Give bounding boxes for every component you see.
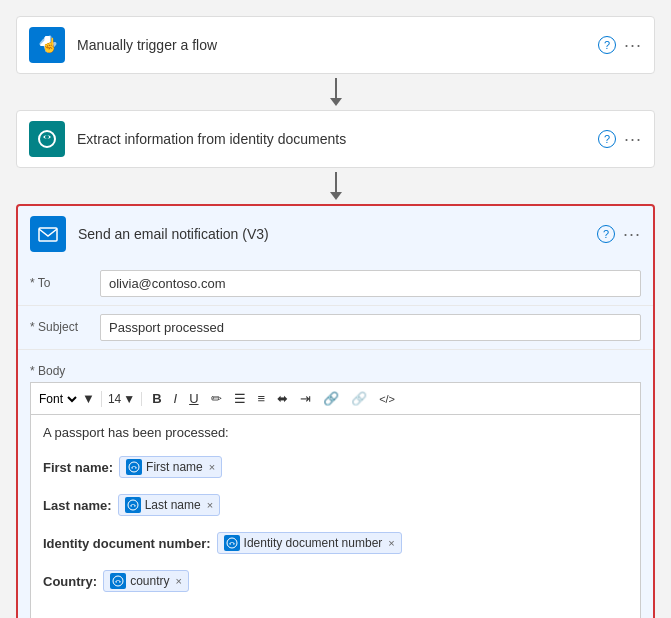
align-left-button[interactable]: ⬌ bbox=[273, 389, 292, 408]
email-help-button[interactable]: ? bbox=[597, 225, 615, 243]
id-number-token-close[interactable]: × bbox=[388, 537, 394, 549]
svg-point-11 bbox=[117, 581, 120, 584]
body-row: * Body Font ▼ 14 ▼ bbox=[18, 350, 653, 618]
extract-icon bbox=[29, 121, 65, 157]
body-id-number-row: Identity document number: Identity bbox=[43, 532, 628, 554]
trigger-help-button[interactable]: ? bbox=[598, 36, 616, 54]
font-size-value: 14 bbox=[108, 392, 121, 406]
arrow-1 bbox=[330, 74, 342, 110]
last-name-token-close[interactable]: × bbox=[207, 499, 213, 511]
link-button[interactable]: 🔗 bbox=[319, 389, 343, 408]
first-name-token-icon bbox=[126, 459, 142, 475]
font-size-dropdown-icon: ▼ bbox=[123, 392, 135, 406]
unordered-list-button[interactable]: ☰ bbox=[230, 389, 250, 408]
email-title: Send an email notification (V3) bbox=[78, 226, 597, 242]
country-token-close[interactable]: × bbox=[176, 575, 182, 587]
country-token-icon bbox=[110, 573, 126, 589]
first-name-token-text: First name bbox=[146, 460, 203, 474]
email-form: * To * Subject * Body Font bbox=[18, 262, 653, 618]
to-input[interactable] bbox=[100, 270, 641, 297]
email-icon bbox=[30, 216, 66, 252]
extract-title: Extract information from identity docume… bbox=[77, 131, 598, 147]
step-email-card[interactable]: Send an email notification (V3) ? ··· bbox=[18, 206, 653, 262]
font-select[interactable]: Font bbox=[35, 391, 80, 407]
svg-rect-3 bbox=[39, 228, 57, 241]
trigger-title: Manually trigger a flow bbox=[77, 37, 598, 53]
italic-button[interactable]: I bbox=[170, 389, 182, 408]
code-button[interactable]: </> bbox=[375, 391, 399, 407]
trigger-actions: ? ··· bbox=[598, 35, 642, 56]
trigger-icon: ☝ bbox=[29, 27, 65, 63]
country-label: Country: bbox=[43, 574, 97, 589]
font-selector-group: Font ▼ bbox=[35, 391, 102, 407]
extract-help-button[interactable]: ? bbox=[598, 130, 616, 148]
email-more-button[interactable]: ··· bbox=[623, 224, 641, 245]
svg-point-7 bbox=[131, 505, 134, 508]
first-name-label: First name: bbox=[43, 460, 113, 475]
bold-button[interactable]: B bbox=[148, 389, 165, 408]
id-number-token-icon bbox=[224, 535, 240, 551]
flow-container: ☝ Manually trigger a flow ? ··· Extract … bbox=[16, 16, 655, 618]
first-name-token[interactable]: First name × bbox=[119, 456, 222, 478]
email-actions: ? ··· bbox=[597, 224, 641, 245]
svg-point-9 bbox=[230, 543, 233, 546]
subject-input[interactable] bbox=[100, 314, 641, 341]
pen-button[interactable]: ✏ bbox=[207, 389, 226, 408]
last-name-token[interactable]: Last name × bbox=[118, 494, 220, 516]
body-content-area[interactable]: A passport has been processed: First nam… bbox=[30, 414, 641, 618]
extract-more-button[interactable]: ··· bbox=[624, 129, 642, 150]
country-token-text: country bbox=[130, 574, 169, 588]
unlink-button[interactable]: 🔗 bbox=[347, 389, 371, 408]
body-last-name-row: Last name: Last name bbox=[43, 494, 628, 516]
id-number-label: Identity document number: bbox=[43, 536, 211, 551]
step-trigger-card[interactable]: ☝ Manually trigger a flow ? ··· bbox=[16, 16, 655, 74]
to-row: * To bbox=[18, 262, 653, 306]
id-number-token[interactable]: Identity document number × bbox=[217, 532, 402, 554]
font-dropdown-icon: ▼ bbox=[82, 391, 95, 406]
extract-actions: ? ··· bbox=[598, 129, 642, 150]
body-first-name-row: First name: First name bbox=[43, 456, 628, 478]
last-name-label: Last name: bbox=[43, 498, 112, 513]
step-email-wrapper: Send an email notification (V3) ? ··· * … bbox=[16, 204, 655, 618]
country-token[interactable]: country × bbox=[103, 570, 189, 592]
svg-text:☝: ☝ bbox=[41, 37, 58, 54]
subject-label: * Subject bbox=[30, 314, 100, 334]
body-label: * Body bbox=[30, 358, 100, 382]
body-toolbar: Font ▼ 14 ▼ B I U ✏ ☰ ≡ bbox=[30, 382, 641, 414]
underline-button[interactable]: U bbox=[185, 389, 202, 408]
last-name-token-text: Last name bbox=[145, 498, 201, 512]
id-number-token-text: Identity document number bbox=[244, 536, 383, 550]
first-name-token-close[interactable]: × bbox=[209, 461, 215, 473]
body-country-row: Country: country × bbox=[43, 570, 628, 592]
font-size-group: 14 ▼ bbox=[108, 392, 142, 406]
last-name-token-icon bbox=[125, 497, 141, 513]
svg-point-2 bbox=[45, 135, 49, 139]
step-extract-card[interactable]: Extract information from identity docume… bbox=[16, 110, 655, 168]
body-intro-text: A passport has been processed: bbox=[43, 425, 628, 440]
subject-row: * Subject bbox=[18, 306, 653, 350]
arrow-2 bbox=[330, 168, 342, 204]
svg-point-5 bbox=[133, 467, 136, 470]
align-right-button[interactable]: ⇥ bbox=[296, 389, 315, 408]
trigger-more-button[interactable]: ··· bbox=[624, 35, 642, 56]
ordered-list-button[interactable]: ≡ bbox=[254, 389, 270, 408]
to-label: * To bbox=[30, 270, 100, 290]
body-editor: Font ▼ 14 ▼ B I U ✏ ☰ ≡ bbox=[30, 382, 641, 618]
